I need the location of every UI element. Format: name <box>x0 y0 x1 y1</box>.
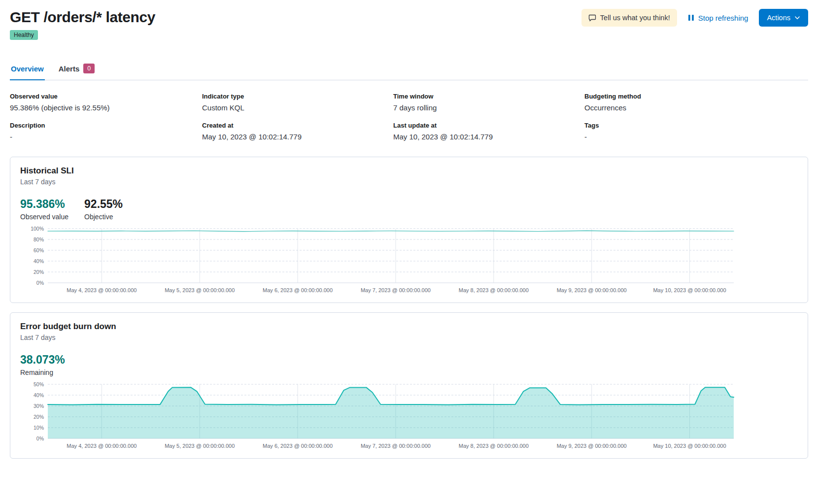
svg-text:40%: 40% <box>34 258 44 264</box>
pause-icon <box>688 14 694 21</box>
chevron-down-icon <box>794 15 800 21</box>
meta-tags: Tags - <box>584 122 808 141</box>
svg-text:0%: 0% <box>36 436 44 441</box>
tab-overview-label: Overview <box>11 65 44 73</box>
historical-sli-stats: 95.386% Observed value 92.55% Objective <box>20 198 798 221</box>
svg-text:May 4, 2023 @ 00:00:00.000: May 4, 2023 @ 00:00:00.000 <box>67 443 136 449</box>
svg-text:May 9, 2023 @ 00:00:00.000: May 9, 2023 @ 00:00:00.000 <box>557 443 627 449</box>
svg-text:May 6, 2023 @ 00:00:00.000: May 6, 2023 @ 00:00:00.000 <box>263 287 333 293</box>
meta-description: Description - <box>10 122 202 141</box>
stat-observed-value: 95.386% Observed value <box>20 198 68 221</box>
tab-alerts[interactable]: Alerts 0 <box>58 61 96 80</box>
svg-text:May 7, 2023 @ 00:00:00.000: May 7, 2023 @ 00:00:00.000 <box>361 287 431 293</box>
historical-sli-chart[interactable]: 0%20%40%60%80%100%May 4, 2023 @ 00:00:00… <box>20 226 798 297</box>
speech-bubble-icon <box>588 14 596 22</box>
stop-refreshing-label: Stop refreshing <box>698 14 749 22</box>
meta-observed-value: Observed value 95.386% (objective is 92.… <box>10 93 202 112</box>
error-budget-chart[interactable]: 0%10%20%30%40%50%May 4, 2023 @ 00:00:00.… <box>20 381 798 452</box>
meta-indicator-type: Indicator type Custom KQL <box>202 93 393 112</box>
svg-text:100%: 100% <box>31 226 44 232</box>
page-header: GET /orders/* latency Healthy Tell us wh… <box>10 8 808 40</box>
meta-time-window: Time window 7 days rolling <box>393 93 584 112</box>
meta-budgeting-method: Budgeting method Occurrences <box>584 93 808 112</box>
meta-created-at: Created at May 10, 2023 @ 10:02:14.779 <box>202 122 393 141</box>
page-title: GET /orders/* latency <box>10 8 155 27</box>
svg-text:50%: 50% <box>34 381 44 387</box>
slo-detail-page: GET /orders/* latency Healthy Tell us wh… <box>0 0 818 480</box>
svg-text:0%: 0% <box>36 280 44 286</box>
svg-text:20%: 20% <box>34 269 44 275</box>
svg-text:May 5, 2023 @ 00:00:00.000: May 5, 2023 @ 00:00:00.000 <box>165 443 235 449</box>
svg-text:80%: 80% <box>34 236 44 242</box>
svg-text:30%: 30% <box>34 403 44 409</box>
error-budget-title: Error budget burn down <box>20 322 798 332</box>
svg-text:May 10, 2023 @ 00:00:00.000: May 10, 2023 @ 00:00:00.000 <box>653 443 726 449</box>
svg-text:20%: 20% <box>34 414 44 420</box>
svg-text:May 10, 2023 @ 00:00:00.000: May 10, 2023 @ 00:00:00.000 <box>653 287 726 293</box>
meta-last-update-at: Last update at May 10, 2023 @ 10:02:14.7… <box>393 122 584 141</box>
feedback-button-label: Tell us what you think! <box>600 14 670 22</box>
actions-button[interactable]: Actions <box>759 9 808 27</box>
stat-objective: 92.55% Objective <box>84 198 123 221</box>
svg-text:40%: 40% <box>34 392 44 398</box>
feedback-button[interactable]: Tell us what you think! <box>581 9 677 27</box>
stop-refreshing-button[interactable]: Stop refreshing <box>687 11 750 25</box>
error-budget-panel: Error budget burn down Last 7 days 38.07… <box>10 312 808 459</box>
actions-button-label: Actions <box>767 14 790 22</box>
error-budget-stats: 38.073% Remaining <box>20 353 798 376</box>
historical-sli-subtitle: Last 7 days <box>20 178 798 186</box>
status-badge: Healthy <box>10 30 38 40</box>
svg-text:May 4, 2023 @ 00:00:00.000: May 4, 2023 @ 00:00:00.000 <box>67 287 136 293</box>
tab-alerts-label: Alerts <box>59 65 80 73</box>
stat-remaining: 38.073% Remaining <box>20 353 65 376</box>
header-actions: Tell us what you think! Stop refreshing … <box>581 8 808 27</box>
alerts-count-badge: 0 <box>83 64 95 73</box>
svg-text:May 9, 2023 @ 00:00:00.000: May 9, 2023 @ 00:00:00.000 <box>557 287 627 293</box>
historical-sli-title: Historical SLI <box>20 166 798 176</box>
title-block: GET /orders/* latency Healthy <box>10 8 155 40</box>
svg-text:10%: 10% <box>34 425 44 431</box>
svg-text:60%: 60% <box>34 247 44 253</box>
error-budget-subtitle: Last 7 days <box>20 334 798 341</box>
svg-text:May 8, 2023 @ 00:00:00.000: May 8, 2023 @ 00:00:00.000 <box>459 287 529 293</box>
svg-text:May 5, 2023 @ 00:00:00.000: May 5, 2023 @ 00:00:00.000 <box>165 287 235 293</box>
svg-text:May 6, 2023 @ 00:00:00.000: May 6, 2023 @ 00:00:00.000 <box>263 443 333 449</box>
overview-summary: Observed value 95.386% (objective is 92.… <box>10 80 808 157</box>
historical-sli-panel: Historical SLI Last 7 days 95.386% Obser… <box>10 157 808 303</box>
tab-bar: Overview Alerts 0 <box>10 61 808 80</box>
svg-text:May 8, 2023 @ 00:00:00.000: May 8, 2023 @ 00:00:00.000 <box>459 443 529 449</box>
svg-text:May 7, 2023 @ 00:00:00.000: May 7, 2023 @ 00:00:00.000 <box>361 443 431 449</box>
tab-overview[interactable]: Overview <box>10 61 45 80</box>
